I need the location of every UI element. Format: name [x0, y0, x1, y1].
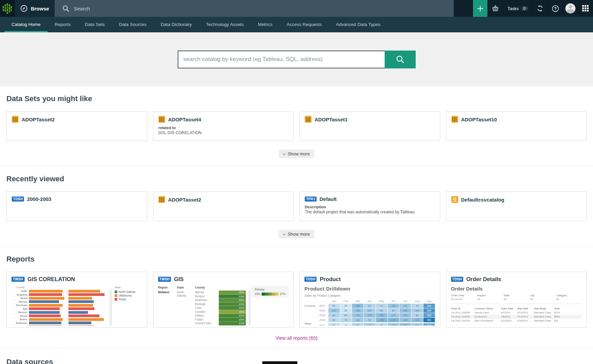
bar-track — [29, 304, 65, 307]
heatmap-cell: 8K — [328, 313, 340, 317]
basket-button[interactable] — [487, 0, 503, 17]
bar-label: Barnes — [11, 300, 29, 303]
table-row: CA-2011-100006Dennis Kane9/7/20119/13/20… — [451, 311, 582, 315]
tab-data-sources[interactable]: Data Sources — [112, 17, 154, 32]
tab-data-dictionary[interactable]: Data Dictionary — [154, 17, 199, 32]
help-button[interactable]: ? — [547, 0, 563, 17]
legend-title: Primary — [255, 288, 286, 291]
alation-logo-icon — [3, 3, 12, 14]
heatmap-cell: 11K — [352, 318, 363, 322]
asset-card-default[interactable]: TPRJDefaultDescriptionThe default projec… — [299, 191, 440, 221]
tab-metrics[interactable]: Metrics — [251, 17, 280, 32]
gradient-step — [268, 293, 272, 296]
heatmap-cell: 11K — [411, 323, 423, 326]
asset-card-adoptasset10[interactable]: ADOPTasset10 — [446, 111, 587, 141]
user-menu-button[interactable] — [563, 0, 578, 17]
card-title-row: ADOPTasset2 — [12, 116, 142, 123]
filter-label: Category — [556, 294, 582, 297]
legend-label: Texas — [119, 298, 126, 301]
bar-track — [68, 293, 104, 296]
report-thumbnail: Product DrilldownSales by Product Catego… — [304, 286, 435, 326]
tab-data-sets[interactable]: Data Sets — [78, 17, 112, 32]
datasets-card-grid: ADOPTasset2ADOPTasset4related toGIS, GIS… — [6, 111, 587, 141]
county-name: McHenry — [195, 326, 216, 326]
global-search-placeholder: Search — [74, 6, 90, 11]
legend-max: 37% — [280, 292, 286, 296]
heatmap-cell: 9K — [352, 323, 363, 326]
county-name: Cavalier — [195, 310, 216, 314]
report-card-product[interactable]: TDSHProductProduct DrilldownSales by Pro… — [299, 272, 440, 328]
table-cell: Ed Braxton — [475, 315, 501, 319]
bar-label: Bowie — [11, 325, 29, 326]
datasets-show-more-button[interactable]: Show more — [279, 150, 314, 158]
tab-catalog-home[interactable]: Catalog Home — [4, 17, 48, 32]
county-name: Benson — [195, 295, 216, 299]
asset-card-adoptasset1[interactable]: ADOPTasset1 — [299, 111, 440, 141]
report-card-order-details[interactable]: TDSHOrder DetailsOrder DetailsOrder Date… — [446, 272, 587, 328]
table-header-row: Order IDCustomer NameOrder DateShip Date… — [451, 307, 582, 311]
table-cell: Standard Class — [534, 315, 554, 319]
table-header-cell: Order ID — [451, 307, 475, 311]
thumb-scrollbar — [110, 290, 112, 326]
asset-card-adoptasset2[interactable]: ADOPTasset2 — [6, 111, 147, 141]
bar — [68, 290, 100, 293]
heatmap-cell: 7K — [411, 304, 423, 308]
catalog-search-input[interactable] — [178, 51, 385, 68]
report-card-gis-corelation[interactable]: TWSHGIS CORELATIONCountyAdairAngelinaAto… — [6, 272, 147, 328]
catalog-search-button[interactable] — [385, 51, 416, 68]
bar-track — [29, 300, 65, 303]
year-label: 2013 — [319, 314, 328, 317]
bar — [68, 325, 93, 326]
asset-card-defaultcsvcatalog[interactable]: Defaultcsvcatalog — [446, 191, 587, 221]
tab-advanced-data-types[interactable]: Advanced Data Types — [329, 17, 388, 32]
bar-track — [29, 297, 65, 300]
table-icon — [305, 116, 312, 123]
heatmap-cell: 12K — [328, 308, 340, 313]
report-card-gis[interactable]: TWSHGISRegionMidwestStateNorth DakotaCou… — [153, 272, 294, 328]
apps-button[interactable] — [578, 0, 593, 17]
card-title-row: ADOPTasset1 — [305, 116, 435, 123]
heatmap-cell: 10K — [364, 308, 375, 313]
value-cell: 21% — [219, 314, 246, 318]
basket-icon — [492, 5, 499, 12]
type-badge-twsh: TWSH — [11, 277, 25, 282]
app-logo[interactable] — [0, 0, 15, 17]
apps-grid-icon — [582, 5, 589, 12]
asset-name: Default — [320, 196, 337, 202]
global-search-input[interactable]: Search — [55, 0, 454, 17]
bar-track — [68, 297, 104, 300]
asset-card-adoptasset2[interactable]: ADOPTasset2 — [153, 191, 294, 221]
bar-track — [68, 325, 104, 326]
refresh-button[interactable] — [532, 0, 547, 17]
heatmap-cell: 3K — [340, 308, 352, 313]
tab-access-requests[interactable]: Access Requests — [279, 17, 329, 32]
compose-button[interactable] — [473, 0, 487, 17]
browse-button[interactable]: Browse — [15, 0, 55, 17]
table-header-cell: Ship Mode — [534, 307, 554, 311]
tasks-count-badge: 0 — [521, 6, 528, 11]
asset-card-adoptasset4[interactable]: ADOPTasset4related toGIS, GIS CORELATION — [153, 111, 294, 141]
asset-card-2000-2003[interactable]: TDSH2000-2003 — [6, 191, 147, 221]
recent-show-more-button[interactable]: Show more — [279, 230, 314, 238]
heatmap-cell: 26K — [423, 304, 435, 308]
chevron-down-icon — [283, 232, 286, 235]
thumb-scrollbar — [248, 291, 251, 326]
type-badge-tprj: TPRJ — [305, 196, 317, 202]
heatmap-cell: 8K — [364, 304, 375, 308]
year-label: 2011 — [319, 324, 328, 326]
catalog-search — [178, 51, 416, 68]
tasks-button[interactable]: Tasks 0 — [503, 0, 532, 17]
card-title-row: ADOPTasset10 — [451, 116, 582, 123]
recently-viewed-title: Recently viewed — [6, 175, 587, 183]
asset-name: ADOPTasset2 — [22, 117, 55, 122]
filter: Order DateAll values — [451, 294, 477, 301]
view-all-reports-link[interactable]: View all reports (65) — [275, 335, 317, 341]
bar-row: Bottineau — [11, 322, 108, 325]
tab-reports[interactable]: Reports — [48, 17, 78, 32]
bar — [29, 297, 64, 300]
tab-technology-assets[interactable]: Technology Assets — [199, 17, 251, 32]
datasets-section: Data Sets you might like ADOPTasset2ADOP… — [0, 86, 593, 166]
gradient-step — [272, 293, 275, 296]
value-cell: 20% — [219, 318, 246, 322]
bar-label: Bexar — [11, 314, 29, 317]
